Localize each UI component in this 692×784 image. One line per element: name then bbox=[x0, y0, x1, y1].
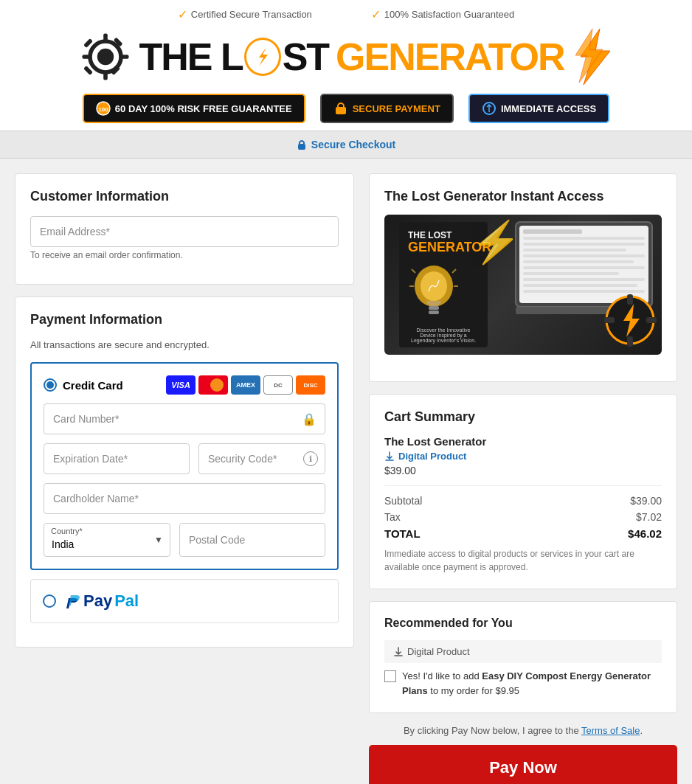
header-top-badges: ✓ Certified Secure Transaction ✓ 100% Sa… bbox=[15, 7, 677, 21]
customer-info-section: Customer Information To receive an email… bbox=[15, 173, 354, 285]
tax-label: Tax bbox=[384, 511, 401, 523]
product-price: $39.00 bbox=[384, 465, 662, 476]
paypal-radio[interactable] bbox=[43, 594, 56, 608]
product-image: THE LOST GENERATOR bbox=[384, 215, 662, 355]
diners-icon: DC bbox=[263, 375, 293, 395]
card-number-field[interactable] bbox=[44, 403, 325, 434]
terms-pay-section: By clicking Pay Now below, I agree to th… bbox=[369, 725, 677, 784]
svg-rect-39 bbox=[523, 278, 645, 281]
svg-rect-4 bbox=[83, 55, 92, 59]
access-note: Immediate access to digital products or … bbox=[384, 547, 662, 574]
credit-card-label[interactable]: Credit Card bbox=[44, 378, 123, 392]
card-icons: VISA AMEX DC DISC bbox=[166, 375, 325, 395]
check-icon-1: ✓ bbox=[178, 7, 187, 21]
card-number-group: 🔒 bbox=[44, 403, 325, 434]
gear-icon bbox=[80, 31, 131, 83]
header: ✓ Certified Secure Transaction ✓ 100% Sa… bbox=[0, 0, 692, 131]
svg-rect-45 bbox=[627, 294, 633, 305]
svg-rect-2 bbox=[104, 34, 108, 44]
terms-prefix: By clicking Pay Now below, I agree to th… bbox=[404, 725, 579, 736]
country-select-wrapper: Country* India United States United King… bbox=[44, 523, 170, 557]
lightbulb-icon bbox=[408, 258, 460, 325]
paypal-row: PayPal bbox=[43, 592, 326, 611]
payment-info-section: Payment Information All transactions are… bbox=[15, 296, 354, 648]
rec-checkbox-row: Yes! I'd like to add Easy DIY Compost En… bbox=[384, 669, 662, 698]
product-image-area: THE LOST GENERATOR bbox=[384, 215, 662, 355]
svg-rect-3 bbox=[104, 71, 108, 80]
discover-icon: DISC bbox=[296, 375, 325, 395]
expiration-field[interactable] bbox=[44, 443, 190, 474]
cart-summary-section: Cart Summary The Lost Generator Digital … bbox=[369, 394, 677, 589]
digital-badge: Digital Product bbox=[384, 451, 662, 462]
svg-rect-38 bbox=[523, 272, 619, 275]
visa-icon: VISA bbox=[166, 375, 196, 395]
postal-code-field[interactable] bbox=[179, 523, 325, 557]
svg-rect-24 bbox=[429, 311, 439, 314]
credit-card-radio[interactable] bbox=[44, 378, 57, 392]
cardholder-group bbox=[44, 483, 325, 514]
subtotal-value: $39.00 bbox=[630, 495, 662, 507]
credit-card-option[interactable]: Credit Card VISA AMEX DC DISC bbox=[30, 362, 339, 570]
svg-rect-33 bbox=[523, 243, 645, 246]
payment-subtitle: All transactions are secure and encrypte… bbox=[30, 339, 339, 350]
svg-rect-34 bbox=[523, 249, 626, 251]
email-field[interactable] bbox=[30, 216, 339, 247]
secure-checkout-bar: Secure Checkout bbox=[0, 131, 692, 159]
total-value: $46.02 bbox=[628, 527, 662, 540]
secure-icon bbox=[333, 101, 348, 116]
customer-info-title: Customer Information bbox=[30, 189, 339, 204]
tax-value: $7.02 bbox=[636, 511, 662, 523]
guarantee-badge: 100 60 DAY 100% RISK FREE GUARANTEE bbox=[83, 94, 305, 123]
rec-product-name: Easy DIY Compost Energy Generator Plans bbox=[402, 670, 651, 696]
svg-line-26 bbox=[452, 269, 456, 273]
gear-lightning-icon bbox=[603, 293, 658, 351]
download-icon bbox=[384, 451, 395, 462]
svg-rect-47 bbox=[604, 317, 615, 323]
subtotal-label: Subtotal bbox=[384, 495, 422, 507]
card-lock-icon: 🔒 bbox=[302, 412, 316, 426]
email-hint: To receive an email order confirmation. bbox=[30, 250, 339, 260]
book-subtitle: Discover the Innovative Device Inspired … bbox=[408, 327, 479, 343]
secure-payment-badge: SECURE PAYMENT bbox=[320, 94, 454, 123]
hand-touch-icon bbox=[482, 101, 496, 116]
gold-figure-icon: ⚡ bbox=[471, 218, 522, 266]
recommended-section: Recommended for You Digital Product Yes!… bbox=[369, 601, 677, 713]
svg-rect-32 bbox=[523, 237, 645, 240]
svg-rect-48 bbox=[646, 317, 657, 323]
rec-checkbox[interactable] bbox=[384, 670, 396, 682]
svg-rect-5 bbox=[120, 55, 129, 59]
paypal-option[interactable]: PayPal bbox=[30, 579, 339, 623]
left-column: Customer Information To receive an email… bbox=[15, 173, 354, 784]
main-content: Customer Information To receive an email… bbox=[0, 159, 692, 784]
email-group: To receive an email order confirmation. bbox=[30, 216, 339, 260]
mastercard-icon bbox=[198, 375, 228, 395]
product-title: The Lost Generator Instant Access bbox=[384, 189, 662, 204]
svg-marker-10 bbox=[259, 47, 268, 66]
exp-security-row: ℹ bbox=[44, 443, 325, 474]
subtotal-row: Subtotal $39.00 bbox=[384, 495, 662, 507]
rec-checkbox-text: Yes! I'd like to add Easy DIY Compost En… bbox=[402, 669, 662, 698]
svg-line-25 bbox=[412, 269, 415, 273]
medal-icon: 100 bbox=[96, 101, 111, 116]
svg-point-1 bbox=[97, 49, 114, 65]
country-postal-row: Country* India United States United King… bbox=[44, 523, 325, 557]
amex-icon: AMEX bbox=[231, 375, 260, 395]
pay-now-button[interactable]: Pay Now bbox=[369, 745, 677, 784]
svg-rect-23 bbox=[429, 306, 439, 310]
svg-rect-18 bbox=[298, 144, 305, 150]
terms-row: By clicking Pay Now below, I agree to th… bbox=[369, 725, 677, 736]
svg-rect-31 bbox=[523, 229, 582, 234]
badges-row: 100 60 DAY 100% RISK FREE GUARANTEE SECU… bbox=[15, 94, 677, 123]
cart-summary-title: Cart Summary bbox=[384, 409, 662, 425]
terms-link[interactable]: Terms of Sale bbox=[581, 725, 640, 736]
right-column: The Lost Generator Instant Access THE LO… bbox=[354, 173, 677, 784]
svg-rect-15 bbox=[336, 107, 346, 114]
credit-card-header: Credit Card VISA AMEX DC DISC bbox=[44, 375, 325, 395]
cardholder-field[interactable] bbox=[44, 483, 325, 514]
recommended-title: Recommended for You bbox=[384, 617, 662, 630]
security-info-icon[interactable]: ℹ bbox=[303, 451, 318, 466]
country-select[interactable]: India United States United Kingdom bbox=[44, 523, 170, 557]
check-icon-2: ✓ bbox=[371, 7, 381, 21]
satisfaction-text: ✓ 100% Satisfaction Guaranteed bbox=[371, 7, 514, 21]
product-section: The Lost Generator Instant Access THE LO… bbox=[369, 173, 677, 382]
